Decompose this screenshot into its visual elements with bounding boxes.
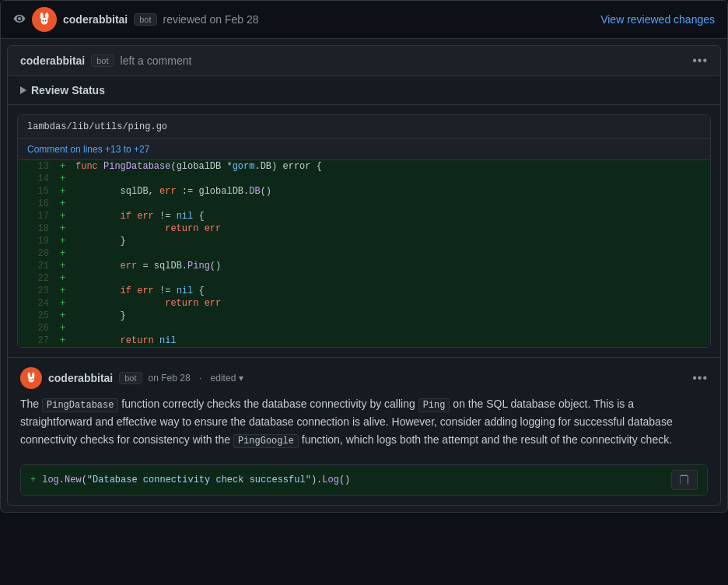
diff-code: func PingDatabase(globalDB *gorm.DB) err… xyxy=(69,160,710,173)
line-num: 18 xyxy=(18,222,57,235)
diff-plus: + xyxy=(57,335,69,347)
line-num: 17 xyxy=(18,210,57,222)
avatar xyxy=(32,7,57,32)
diff-code: if err != nil { xyxy=(69,285,710,297)
comment-body-menu[interactable]: ••• xyxy=(692,371,708,385)
diff-code: sqlDB, err := globalDB.DB() xyxy=(69,185,710,198)
rabbit-logo-small xyxy=(24,371,38,385)
line-num: 27 xyxy=(18,335,57,347)
table-row: 17 + if err != nil { xyxy=(18,210,710,222)
comment-edited-toggle[interactable]: edited ▾ xyxy=(211,373,243,384)
diff-code: return nil xyxy=(69,335,710,347)
table-row: 13 + func PingDatabase(globalDB *gorm.DB… xyxy=(18,160,710,173)
inline-code-2: Ping xyxy=(418,398,450,412)
table-row: 18 + return err xyxy=(18,222,710,235)
comment-author-avatar xyxy=(20,367,42,389)
review-status-section: Review Status xyxy=(8,76,720,105)
comment-action: left a comment xyxy=(121,54,192,67)
inline-code-3: PingGoogle xyxy=(233,434,299,448)
comment-text: The PingDatabase function correctly chec… xyxy=(8,395,720,458)
line-num: 20 xyxy=(18,247,57,260)
diff-code: return err xyxy=(69,297,710,310)
line-num: 15 xyxy=(18,185,57,198)
diff-code xyxy=(69,272,710,285)
inline-code-1: PingDatabase xyxy=(42,398,118,412)
suggestion-code-line: + log.New("Database connectivity check s… xyxy=(21,465,707,495)
diff-code: return err xyxy=(69,222,710,235)
line-num: 22 xyxy=(18,272,57,285)
rabbit-logo xyxy=(36,11,53,28)
code-file-path: lambdas/lib/utils/ping.go xyxy=(18,115,710,139)
diff-plus: + xyxy=(57,310,69,322)
table-row: 15 + sqlDB, err := globalDB.DB() xyxy=(18,185,710,198)
table-row: 27 + return nil xyxy=(18,335,710,347)
diff-plus: + xyxy=(57,247,69,260)
comment-block: coderabbitai bot left a comment ••• Revi… xyxy=(7,45,721,506)
diff-plus: + xyxy=(57,260,69,272)
diff-code xyxy=(69,198,710,210)
line-num: 14 xyxy=(18,173,57,185)
diff-plus: + xyxy=(57,198,69,210)
copy-suggestion-button[interactable] xyxy=(671,470,698,490)
diff-table: 13 + func PingDatabase(globalDB *gorm.DB… xyxy=(18,160,710,347)
code-diff-section: lambdas/lib/utils/ping.go Comment on lin… xyxy=(17,114,711,348)
review-container: coderabbitai bot reviewed on Feb 28 View… xyxy=(0,0,728,513)
svg-point-3 xyxy=(41,18,48,25)
diff-code: } xyxy=(69,235,710,247)
reviewed-text: reviewed on Feb 28 xyxy=(163,13,259,26)
diff-plus: + xyxy=(57,173,69,185)
table-row: 19 + } xyxy=(18,235,710,247)
diff-code xyxy=(69,173,710,185)
comment-header-left: coderabbitai bot left a comment xyxy=(20,54,191,67)
line-num: 16 xyxy=(18,198,57,210)
code-comment-hint: Comment on lines +13 to +27 xyxy=(18,139,710,160)
table-row: 21 + err = sqlDB.Ping() xyxy=(18,260,710,272)
diff-plus: + xyxy=(57,322,69,335)
line-num: 19 xyxy=(18,235,57,247)
svg-point-6 xyxy=(44,22,45,23)
comment-author-row: coderabbitai bot on Feb 28 · edited ▾ ••… xyxy=(8,358,720,395)
reviewed-bar: coderabbitai bot reviewed on Feb 28 View… xyxy=(1,1,727,39)
text-part1: The xyxy=(20,398,42,410)
svg-point-5 xyxy=(45,20,47,22)
suggestion-box: + log.New("Database connectivity check s… xyxy=(20,464,708,496)
suggestion-plus: + xyxy=(30,475,36,485)
diff-plus: + xyxy=(57,210,69,222)
line-num: 25 xyxy=(18,310,57,322)
diff-plus: + xyxy=(57,160,69,173)
comment-body-badge: bot xyxy=(119,372,142,384)
view-reviewed-changes-link[interactable]: View reviewed changes xyxy=(600,13,715,26)
table-row: 16 + xyxy=(18,198,710,210)
diff-code xyxy=(69,322,710,335)
comment-body-dots[interactable]: ••• xyxy=(692,371,708,384)
reviewer-username: coderabbitai xyxy=(63,13,128,26)
svg-point-11 xyxy=(30,379,30,380)
text-part2: function correctly checks the database c… xyxy=(118,398,418,410)
diff-code: } xyxy=(69,310,710,322)
copy-icon xyxy=(678,474,691,486)
table-row: 14 + xyxy=(18,173,710,185)
comment-menu-button[interactable]: ••• xyxy=(692,54,708,68)
table-row: 24 + return err xyxy=(18,297,710,310)
diff-plus: + xyxy=(57,297,69,310)
svg-point-13 xyxy=(30,380,32,380)
text-part4: function, which logs both the attempt an… xyxy=(299,433,672,446)
svg-point-12 xyxy=(32,379,33,380)
diff-code: if err != nil { xyxy=(69,210,710,222)
review-status-toggle[interactable]: Review Status xyxy=(20,84,708,96)
diff-plus: + xyxy=(57,222,69,235)
diff-code: err = sqlDB.Ping() xyxy=(69,260,710,272)
diff-plus: + xyxy=(57,185,69,198)
comment-username: coderabbitai xyxy=(20,54,85,67)
triangle-icon xyxy=(20,86,26,94)
comment-separator: · xyxy=(197,373,205,384)
review-status-label: Review Status xyxy=(31,84,105,96)
diff-code xyxy=(69,247,710,260)
line-num: 26 xyxy=(18,322,57,335)
suggestion-code: log.New("Database connectivity check suc… xyxy=(42,475,350,485)
diff-plus: + xyxy=(57,272,69,285)
svg-point-10 xyxy=(28,377,33,382)
line-num: 24 xyxy=(18,297,57,310)
reviewed-bar-left: coderabbitai bot reviewed on Feb 28 xyxy=(13,7,259,32)
comment-date: on Feb 28 xyxy=(149,373,191,384)
